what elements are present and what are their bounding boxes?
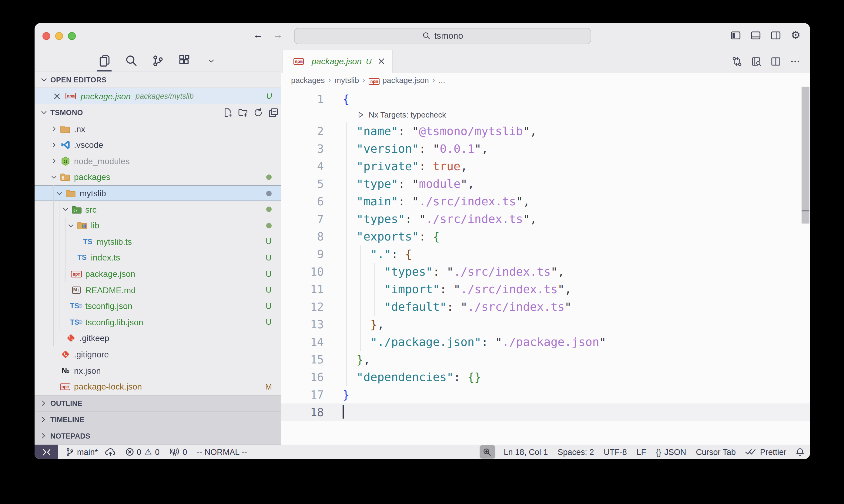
- line-number[interactable]: 13: [281, 318, 324, 330]
- code-line-3[interactable]: 3 "version": "0.0.1",: [281, 140, 810, 157]
- line-number[interactable]: 2: [281, 125, 324, 137]
- line-number[interactable]: 5: [281, 177, 324, 190]
- sidebar-section-outline[interactable]: OUTLINE: [35, 395, 281, 412]
- chevron-down-icon[interactable]: [67, 222, 74, 229]
- chevron-down-icon[interactable]: [50, 174, 57, 181]
- code-line-16[interactable]: 16 "dependencies": {}: [281, 368, 810, 385]
- chevron-right-icon[interactable]: [50, 158, 57, 165]
- chevron-right-icon[interactable]: [50, 141, 57, 149]
- tree-item-tsconfig-lib-json[interactable]: TS⚙ tsconfig.lib.jsonU: [35, 314, 281, 330]
- search-editor-icon[interactable]: [751, 56, 761, 66]
- tree-item-packages[interactable]: packages: [35, 169, 281, 185]
- code-line-7[interactable]: 7 "types": "./src/index.ts",: [281, 210, 810, 228]
- search-view-icon[interactable]: [124, 54, 138, 68]
- tree-item--vscode[interactable]: .vscode: [35, 137, 281, 153]
- line-number[interactable]: 14: [281, 335, 324, 348]
- maximize-window-button[interactable]: [68, 32, 76, 40]
- more-views-chevron-icon[interactable]: [204, 54, 218, 68]
- collapse-all-icon[interactable]: [269, 108, 278, 118]
- minimize-window-button[interactable]: [55, 32, 63, 40]
- close-window-button[interactable]: [42, 32, 50, 40]
- formatter-item[interactable]: Prettier: [741, 447, 791, 456]
- code-line-1[interactable]: 1 {: [281, 90, 810, 108]
- encoding-item[interactable]: UTF-8: [599, 447, 632, 456]
- explorer-project-header[interactable]: TSMONO: [35, 105, 281, 121]
- tree-item-readme-md[interactable]: M↓ README.mdU: [35, 282, 281, 298]
- cursor-position-item[interactable]: Ln 18, Col 1: [499, 447, 553, 456]
- code-line-17[interactable]: 17 }: [281, 385, 810, 403]
- tree-item-index-ts[interactable]: TS index.tsU: [35, 250, 281, 266]
- navigate-back-button[interactable]: ←: [253, 29, 263, 41]
- line-number[interactable]: 10: [281, 265, 324, 278]
- editor-scrollbar[interactable]: [802, 72, 809, 444]
- refresh-icon[interactable]: [254, 108, 263, 118]
- line-number[interactable]: 17: [281, 388, 324, 401]
- sidebar-section-notepads[interactable]: NOTEPADS: [35, 428, 281, 444]
- line-number[interactable]: 11: [281, 283, 324, 295]
- broadcast-item[interactable]: 0: [164, 447, 192, 456]
- tree-item--gitkeep[interactable]: .gitkeep: [35, 330, 281, 346]
- tree-item-nx-json[interactable]: Nx nx.json: [35, 363, 281, 379]
- breadcrumb-item[interactable]: packages: [291, 75, 325, 85]
- eol-item[interactable]: LF: [632, 447, 651, 456]
- gear-icon[interactable]: ⚙: [790, 30, 802, 41]
- new-file-icon[interactable]: [223, 108, 233, 118]
- tree-item-src[interactable]: src: [35, 201, 281, 217]
- line-number[interactable]: 4: [281, 160, 324, 172]
- tree-item-package-json[interactable]: npm package.jsonU: [35, 266, 281, 282]
- layout-panel-icon[interactable]: [750, 30, 761, 41]
- code-line-6[interactable]: 6 "main": "./src/index.ts",: [281, 192, 810, 210]
- line-number[interactable]: 6: [281, 195, 324, 208]
- scrollbar-thumb[interactable]: [802, 86, 809, 223]
- code-line-4[interactable]: 4 "private": true,: [281, 157, 810, 175]
- code-line-15[interactable]: 15 },: [281, 350, 810, 368]
- cloud-upload-icon[interactable]: [105, 448, 116, 456]
- line-number[interactable]: 18: [281, 406, 324, 418]
- play-icon[interactable]: [357, 111, 364, 119]
- breadcrumb-item[interactable]: mytslib: [334, 75, 359, 85]
- indentation-item[interactable]: Spaces: 2: [553, 447, 599, 456]
- tree-item--gitignore[interactable]: .gitignore: [35, 346, 281, 362]
- line-number[interactable]: 3: [281, 142, 324, 155]
- split-editor-icon[interactable]: [771, 56, 781, 66]
- tree-item-package-lock-json[interactable]: npm package-lock.jsonM: [35, 379, 281, 395]
- notifications-item[interactable]: [791, 447, 805, 456]
- code-editor[interactable]: 1 { Nx Targets: typecheck 2 "name": "@ts…: [281, 88, 810, 444]
- code-line-18[interactable]: 18: [281, 403, 810, 421]
- code-line-5[interactable]: 5 "type": "module",: [281, 175, 810, 192]
- tree-item-mytslib[interactable]: mytslib: [35, 185, 281, 201]
- line-number[interactable]: 1: [281, 92, 324, 105]
- line-number[interactable]: 15: [281, 353, 324, 365]
- new-folder-icon[interactable]: [238, 108, 248, 118]
- chevron-down-icon[interactable]: [56, 190, 63, 197]
- breadcrumb-item[interactable]: npmpackage.json: [369, 75, 429, 85]
- remote-indicator[interactable]: [35, 445, 58, 459]
- language-mode-item[interactable]: {} JSON: [651, 447, 691, 456]
- git-branch-item[interactable]: main*: [61, 447, 120, 456]
- layout-sidebar-right-icon[interactable]: [770, 30, 781, 41]
- line-number[interactable]: 7: [281, 212, 324, 225]
- close-tab-icon[interactable]: [377, 57, 385, 66]
- chevron-down-icon[interactable]: [62, 206, 69, 213]
- compare-changes-icon[interactable]: [732, 56, 742, 66]
- tab-package-json[interactable]: npm package.json U: [282, 50, 393, 72]
- extensions-icon[interactable]: [178, 54, 191, 68]
- code-line-8[interactable]: 8 "exports": {: [281, 228, 810, 245]
- tree-item--nx[interactable]: .nx: [35, 121, 281, 137]
- open-editors-header[interactable]: OPEN EDITORS: [35, 71, 281, 88]
- line-number[interactable]: 16: [281, 371, 324, 383]
- chevron-right-icon[interactable]: [50, 125, 57, 132]
- problems-item[interactable]: 0 ⚠ 0: [120, 447, 164, 456]
- code-line-2[interactable]: 2 "name": "@tsmono/mytslib",: [281, 122, 810, 140]
- explorer-icon[interactable]: [98, 54, 111, 68]
- sidebar-section-timeline[interactable]: TIMELINE: [35, 412, 281, 428]
- line-number[interactable]: 9: [281, 248, 324, 260]
- breadcrumb-item[interactable]: ...: [439, 75, 445, 85]
- zoom-indicator[interactable]: [480, 445, 495, 458]
- navigate-forward-button[interactable]: →: [273, 29, 283, 41]
- tree-item-node-modules[interactable]: JS node_modules: [35, 153, 281, 169]
- cursor-tab-item[interactable]: Cursor Tab: [691, 447, 741, 456]
- command-center-search[interactable]: tsmono: [294, 28, 591, 44]
- source-control-icon[interactable]: [151, 54, 164, 68]
- more-actions-icon[interactable]: [790, 56, 800, 66]
